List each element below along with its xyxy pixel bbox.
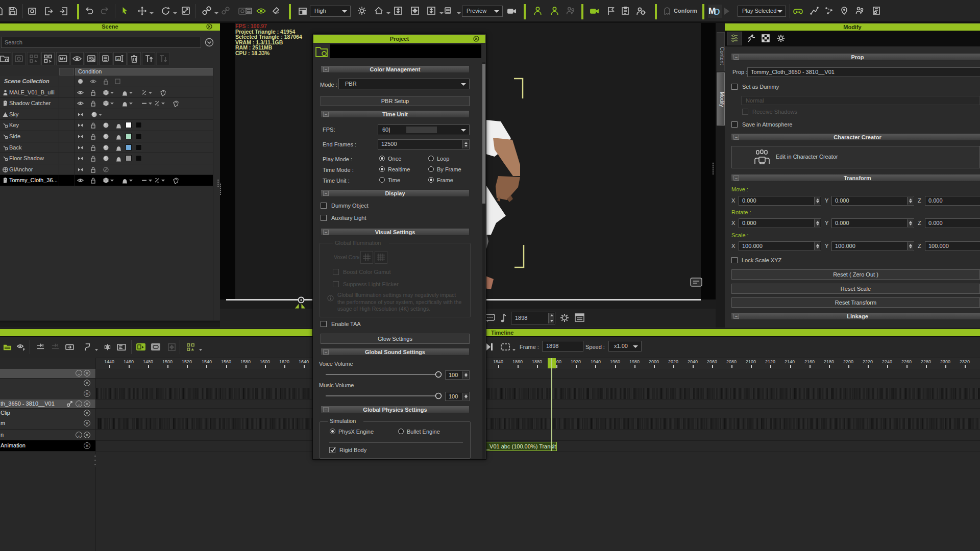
svg-text:ab: ab xyxy=(117,58,120,61)
